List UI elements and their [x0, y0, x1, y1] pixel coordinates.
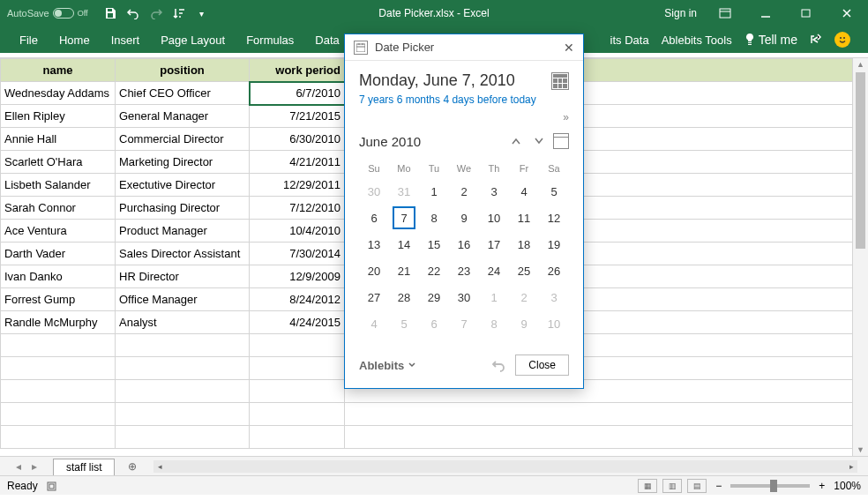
- calendar-day[interactable]: 31: [389, 178, 419, 205]
- share-icon[interactable]: [810, 34, 822, 46]
- qat-customize-icon[interactable]: ▾: [194, 5, 210, 21]
- calendar-day[interactable]: 3: [539, 284, 569, 310]
- calendar-day[interactable]: 4: [359, 310, 389, 337]
- cell[interactable]: Office Manager: [116, 288, 250, 311]
- calendar-day[interactable]: 30: [359, 178, 389, 205]
- calendar-day[interactable]: 21: [389, 257, 419, 284]
- calendar-day[interactable]: 2: [449, 178, 479, 205]
- cell[interactable]: 4/21/2011: [250, 151, 345, 174]
- calendar-day[interactable]: 7: [389, 205, 419, 231]
- calendar-day[interactable]: 10: [479, 205, 509, 231]
- view-layout-button[interactable]: ▥: [662, 479, 682, 493]
- cell[interactable]: Ace Ventura: [1, 220, 116, 243]
- new-sheet-button[interactable]: ⊕: [122, 460, 143, 473]
- zoom-out-button[interactable]: −: [712, 480, 725, 492]
- calendar-day[interactable]: 4: [509, 178, 539, 205]
- cell[interactable]: 4/24/2015: [250, 311, 345, 334]
- cell[interactable]: Chief CEO Officer: [116, 82, 250, 105]
- calendar-day[interactable]: 1: [419, 178, 449, 205]
- undo-icon[interactable]: [490, 358, 506, 372]
- cell[interactable]: Ivan Danko: [1, 265, 116, 288]
- column-header[interactable]: name: [1, 59, 116, 82]
- cell[interactable]: Sarah Connor: [1, 197, 116, 220]
- minimize-icon[interactable]: [753, 4, 778, 22]
- redo-icon[interactable]: [148, 5, 164, 21]
- popup-titlebar[interactable]: Date Picker ✕: [345, 34, 583, 61]
- column-header[interactable]: position: [116, 59, 250, 82]
- calendar-day[interactable]: 18: [509, 231, 539, 257]
- view-normal-button[interactable]: ▦: [638, 479, 657, 493]
- ribbon-tab[interactable]: Ablebits Tools: [662, 34, 732, 47]
- calendar-day[interactable]: 14: [389, 231, 419, 257]
- calendar-day[interactable]: 13: [359, 231, 389, 257]
- calendar-day[interactable]: 30: [449, 284, 479, 310]
- calendar-day[interactable]: 6: [419, 310, 449, 337]
- cell[interactable]: 10/4/2010: [250, 220, 345, 243]
- save-icon[interactable]: [102, 5, 118, 21]
- calendar-day[interactable]: 5: [389, 310, 419, 337]
- cell[interactable]: Lisbeth Salander: [1, 174, 116, 197]
- ribbon-tab[interactable]: Formulas: [236, 26, 304, 53]
- vertical-scrollbar[interactable]: ▲ ▼: [852, 58, 868, 456]
- calculator-icon[interactable]: [551, 72, 569, 90]
- calendar-day[interactable]: 8: [479, 310, 509, 337]
- cell[interactable]: Ellen Ripley: [1, 105, 116, 128]
- cell[interactable]: Wednesday Addams: [1, 82, 116, 105]
- calendar-day[interactable]: 3: [479, 178, 509, 205]
- feedback-icon[interactable]: [834, 32, 850, 48]
- column-header[interactable]: work period: [250, 59, 345, 82]
- ribbon-tab[interactable]: Home: [49, 26, 101, 53]
- cell[interactable]: 12/9/2009: [250, 265, 345, 288]
- cell[interactable]: Scarlett O'Hara: [1, 151, 116, 174]
- cell[interactable]: General Manager: [116, 105, 250, 128]
- zoom-slider[interactable]: [730, 484, 810, 488]
- sheet-nav-prev-icon[interactable]: ◂: [16, 460, 21, 473]
- cell[interactable]: Forrest Gump: [1, 288, 116, 311]
- relative-date-link[interactable]: 7 years 6 months 4 days before today: [359, 93, 569, 106]
- horizontal-scrollbar[interactable]: ◂ ▸: [153, 460, 857, 473]
- ribbon-tab[interactable]: Insert: [101, 26, 151, 53]
- zoom-in-button[interactable]: +: [815, 480, 828, 492]
- calendar-day[interactable]: 10: [539, 310, 569, 337]
- cell[interactable]: Purchasing Director: [116, 197, 250, 220]
- popup-close-icon[interactable]: ✕: [564, 41, 574, 55]
- calendar-day[interactable]: 27: [359, 284, 389, 310]
- cell[interactable]: Randle McMurphy: [1, 311, 116, 334]
- cell[interactable]: 12/29/2011: [250, 174, 345, 197]
- calendar-day[interactable]: 20: [359, 257, 389, 284]
- macro-recorder-icon[interactable]: [47, 480, 59, 492]
- calendar-day[interactable]: 8: [419, 205, 449, 231]
- calendar-day[interactable]: 9: [449, 205, 479, 231]
- calendar-day[interactable]: 16: [449, 231, 479, 257]
- cell[interactable]: 7/21/2015: [250, 105, 345, 128]
- sheet-nav-next-icon[interactable]: ▸: [32, 460, 37, 473]
- calendar-day[interactable]: 15: [419, 231, 449, 257]
- ribbon-options-icon[interactable]: [713, 4, 737, 22]
- calendar-day[interactable]: 2: [509, 284, 539, 310]
- cell[interactable]: Sales Director Assistant: [116, 243, 250, 265]
- month-next-icon[interactable]: [530, 132, 548, 150]
- ribbon-tab[interactable]: Page Layout: [150, 26, 236, 53]
- cell[interactable]: Product Manager: [116, 220, 250, 243]
- month-year-label[interactable]: June 2010: [359, 134, 502, 149]
- cell[interactable]: 6/7/2010: [250, 82, 345, 105]
- calendar-day[interactable]: 11: [509, 205, 539, 231]
- cell[interactable]: HR Director: [116, 265, 250, 288]
- expand-icon[interactable]: »: [359, 111, 569, 123]
- cell[interactable]: 6/30/2010: [250, 128, 345, 151]
- calendar-day[interactable]: 1: [479, 284, 509, 310]
- cell[interactable]: Commercial Director: [116, 128, 250, 151]
- calendar-day[interactable]: 24: [479, 257, 509, 284]
- calendar-day[interactable]: 7: [449, 310, 479, 337]
- close-button[interactable]: Close: [515, 354, 569, 376]
- month-prev-icon[interactable]: [507, 132, 525, 150]
- tellme-icon[interactable]: Tell me: [745, 33, 797, 47]
- calendar-day[interactable]: 29: [419, 284, 449, 310]
- calendar-day[interactable]: 19: [539, 231, 569, 257]
- cell[interactable]: 7/30/2014: [250, 243, 345, 265]
- zoom-level[interactable]: 100%: [834, 480, 861, 492]
- calendar-day[interactable]: 22: [419, 257, 449, 284]
- calendar-day[interactable]: 23: [449, 257, 479, 284]
- calendar-day[interactable]: 9: [509, 310, 539, 337]
- ribbon-tab[interactable]: File: [9, 26, 49, 53]
